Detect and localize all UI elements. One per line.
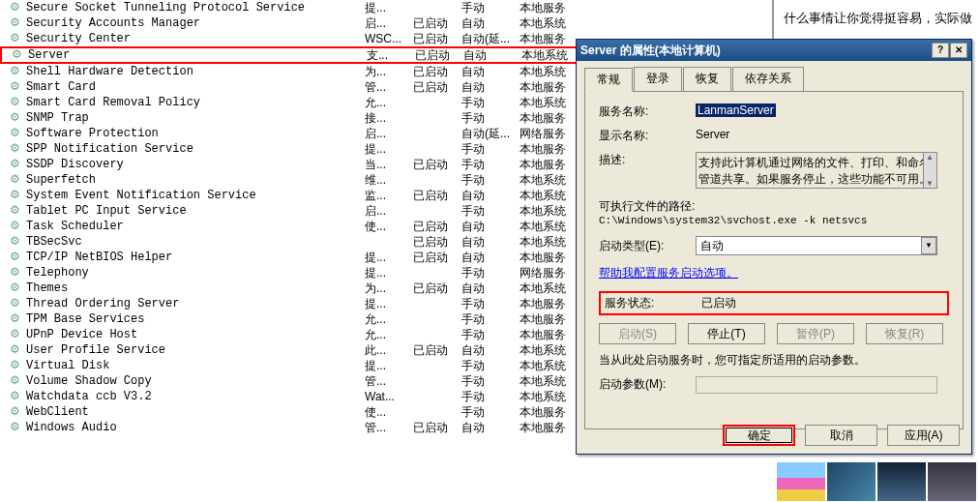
service-desc: 提...: [365, 0, 413, 15]
gear-icon: [10, 281, 23, 295]
service-name: User Profile Service: [26, 342, 365, 358]
service-name: Themes: [26, 281, 365, 296]
service-name: Watchdata ccb V3.2: [26, 389, 365, 404]
service-desc: 提...: [365, 250, 413, 265]
service-name: WebClient: [26, 404, 365, 420]
service-desc: Wat...: [365, 389, 413, 404]
description-box[interactable]: 支持此计算机通过网络的文件、打印、和命名管道共享。如果服务停止，这些功能不可用。: [696, 152, 937, 189]
titlebar[interactable]: Server 的属性(本地计算机) ? ✕: [577, 40, 971, 61]
gear-icon: [10, 204, 23, 218]
gear-icon: [10, 158, 23, 171]
params-input: [696, 376, 937, 394]
service-name: Security Accounts Manager: [26, 15, 365, 31]
thumbnail[interactable]: [877, 462, 926, 501]
service-desc: 启...: [365, 126, 413, 141]
service-desc: 提...: [365, 358, 413, 373]
gear-icon: [10, 142, 23, 156]
gear-icon: [10, 173, 23, 187]
start-hint: 当从此处启动服务时，您可指定所适用的启动参数。: [599, 352, 949, 369]
label-description: 描述:: [599, 152, 696, 168]
start-button[interactable]: 启动(S): [599, 323, 676, 344]
service-name: Thread Ordering Server: [26, 296, 365, 311]
service-desc: 当...: [365, 157, 413, 172]
chevron-down-icon[interactable]: ▼: [921, 237, 936, 254]
service-name: SSDP Discovery: [26, 157, 365, 172]
gear-icon: [10, 32, 23, 45]
service-desc: 接...: [365, 110, 413, 126]
service-startup: 手动: [461, 404, 520, 420]
gear-icon: [10, 80, 23, 94]
tab-dependencies[interactable]: 依存关系: [732, 67, 804, 91]
service-desc: 管...: [365, 420, 413, 435]
service-row[interactable]: Secure Socket Tunneling Protocol Service…: [0, 0, 772, 15]
titlebar-text: Server 的属性(本地计算机): [580, 43, 932, 59]
startup-type-combo[interactable]: 自动 ▼: [696, 236, 937, 255]
service-desc: 启...: [365, 203, 413, 219]
tab-recovery[interactable]: 恢复: [683, 67, 731, 91]
gear-icon: [10, 266, 23, 280]
pause-button[interactable]: 暂停(P): [777, 323, 854, 344]
cancel-button[interactable]: 取消: [805, 425, 877, 446]
service-startup: 手动: [461, 157, 520, 172]
tab-general[interactable]: 常规: [584, 68, 633, 92]
side-title[interactable]: 什么事情让你觉得挺容易，实际做: [776, 0, 980, 37]
tab-logon[interactable]: 登录: [634, 67, 682, 91]
service-startup: 手动: [461, 311, 520, 327]
service-name: Volume Shadow Copy: [26, 373, 365, 389]
service-startup: 手动: [461, 172, 520, 188]
service-name: Superfetch: [26, 172, 365, 188]
service-desc: 提...: [365, 296, 413, 311]
service-status: 已启动: [413, 64, 461, 79]
service-startup: 手动: [461, 95, 520, 110]
gear-icon: [10, 189, 23, 202]
service-startup: 自动: [461, 15, 520, 31]
tab-body: 服务名称: LanmanServer 显示名称: Server 描述: 支持此计…: [584, 91, 964, 429]
service-name: Software Protection: [26, 126, 365, 141]
service-startup: 自动(延...: [461, 31, 520, 46]
label-startup-type: 启动类型(E):: [599, 238, 696, 254]
label-display-name: 显示名称:: [599, 128, 696, 144]
scrollbar[interactable]: [923, 153, 936, 188]
resume-button[interactable]: 恢复(R): [866, 323, 943, 344]
value-service-name: LanmanServer: [696, 103, 776, 117]
service-startup: 自动: [461, 64, 520, 79]
thumbnail[interactable]: [777, 462, 825, 501]
service-desc: 使...: [365, 404, 413, 420]
thumbnail[interactable]: [827, 462, 876, 501]
service-desc: 使...: [365, 219, 413, 234]
service-name: Secure Socket Tunneling Protocol Service: [26, 0, 365, 15]
service-startup: 自动: [461, 420, 520, 435]
stop-button[interactable]: 停止(T): [688, 323, 765, 344]
help-icon[interactable]: ?: [932, 43, 949, 58]
service-startup: 手动: [461, 327, 520, 342]
service-desc: 管...: [365, 373, 413, 389]
gear-icon: [12, 48, 25, 62]
help-link[interactable]: 帮助我配置服务启动选项。: [599, 266, 738, 280]
close-icon[interactable]: ✕: [950, 43, 967, 58]
service-desc: 此...: [365, 342, 413, 358]
service-startup: 手动: [461, 0, 520, 15]
service-status: 已启动: [413, 281, 461, 296]
gear-icon: [10, 312, 23, 326]
service-startup: 手动: [461, 389, 520, 404]
gear-icon: [10, 328, 23, 341]
service-startup: 手动: [461, 296, 520, 311]
label-status: 服务状态:: [605, 295, 701, 311]
gear-icon: [10, 405, 23, 419]
service-name: TPM Base Services: [26, 311, 365, 327]
service-desc: 允...: [365, 311, 413, 327]
service-desc: 启...: [365, 15, 413, 31]
service-status: 已启动: [413, 420, 461, 435]
apply-button[interactable]: 应用(A): [887, 425, 960, 446]
service-status: 已启动: [413, 188, 461, 203]
gear-icon: [10, 390, 23, 403]
service-name: Smart Card Removal Policy: [26, 95, 365, 110]
gear-icon: [10, 343, 23, 357]
gear-icon: [10, 96, 23, 109]
service-desc: WSC...: [365, 31, 413, 46]
ok-button[interactable]: 确定: [723, 425, 795, 446]
thumbnail[interactable]: [928, 462, 976, 501]
service-status: 已启动: [415, 47, 463, 63]
service-row[interactable]: Security Accounts Manager启...已启动自动本地系统: [0, 15, 772, 31]
service-name: Task Scheduler: [26, 219, 365, 234]
